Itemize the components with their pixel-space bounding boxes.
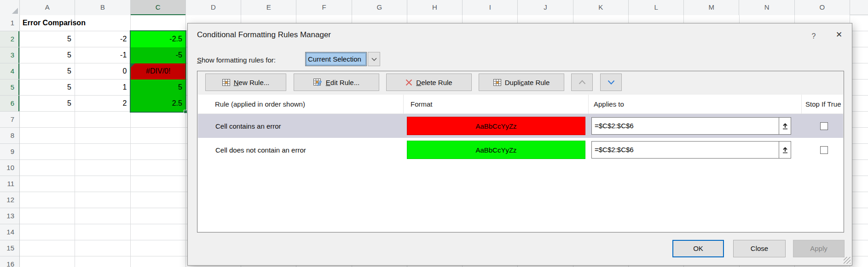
row-header[interactable]: 16	[0, 256, 19, 267]
rule-row[interactable]: Cell does not contain an error AaBbCcYyZ…	[198, 138, 843, 162]
row-header[interactable]: 2	[0, 31, 19, 47]
cell[interactable]: 5	[20, 31, 75, 47]
column-header[interactable]: N	[739, 0, 794, 15]
new-rule-button[interactable]: New Rule...	[205, 74, 286, 91]
row-header[interactable]: 13	[0, 208, 19, 224]
select-all-button[interactable]	[0, 0, 20, 15]
edit-rule-label: Edit Rule...	[326, 79, 359, 86]
cell-a1-title[interactable]: Error Comparison	[23, 15, 86, 31]
chevron-up-icon	[579, 80, 586, 85]
format-preview-swatch: AaBbCcYyZz	[407, 117, 585, 135]
column-header[interactable]: F	[296, 0, 352, 15]
rule-applies-cell: =$C$2:$C$6	[589, 141, 802, 159]
row-header[interactable]: 8	[0, 128, 19, 144]
format-preview-swatch: AaBbCcYyZz	[407, 141, 585, 159]
rules-rows: Cell contains an error AaBbCcYyZz =$C$2:…	[198, 114, 843, 162]
delete-rule-button[interactable]: Delete Rule	[386, 74, 472, 91]
stop-if-true-checkbox[interactable]	[820, 122, 828, 130]
column-header[interactable]: A	[20, 0, 75, 15]
row-header[interactable]: 12	[0, 192, 19, 208]
cell[interactable]: 0	[75, 63, 130, 80]
edit-rule-button[interactable]: Edit Rule...	[294, 74, 379, 91]
rules-group-box: New Rule... Edit Rule... Delete Rule	[197, 71, 844, 233]
chevron-down-icon[interactable]	[368, 52, 380, 66]
column-header[interactable]: J	[518, 0, 573, 15]
column-header[interactable]: K	[573, 0, 629, 15]
rule-stop-cell	[802, 122, 843, 130]
table-grid-icon	[222, 79, 230, 86]
move-rule-down-button[interactable]	[600, 74, 622, 91]
column-header[interactable]: O	[795, 0, 850, 15]
column-header[interactable]: D	[186, 0, 241, 15]
table-grid-pencil-icon	[313, 79, 322, 86]
column-header[interactable]: B	[75, 0, 130, 15]
cell-conditional-format[interactable]: -5	[131, 47, 186, 63]
row-header[interactable]: 4	[0, 63, 19, 80]
row-header[interactable]: 15	[0, 240, 19, 256]
column-header-filler	[850, 0, 868, 15]
header-stop-if-true: Stop If True	[802, 95, 843, 114]
row-header[interactable]: 9	[0, 144, 19, 160]
cell[interactable]: 2	[75, 96, 130, 112]
close-icon[interactable]: ✕	[831, 28, 847, 42]
rule-stop-cell	[802, 146, 843, 154]
rules-list: Rule (applied in order shown) Format App…	[198, 95, 843, 232]
collapse-dialog-button[interactable]	[779, 141, 791, 159]
column-header[interactable]: H	[407, 0, 463, 15]
cell-conditional-format[interactable]: 5	[131, 80, 186, 96]
duplicate-rule-button[interactable]: Duplicate Rule	[479, 74, 564, 91]
rules-list-header: Rule (applied in order shown) Format App…	[198, 95, 843, 114]
row-header[interactable]: 10	[0, 160, 19, 176]
cell[interactable]: 5	[20, 80, 75, 96]
cell-conditional-format[interactable]: #DIV/0!	[131, 63, 186, 80]
header-applies-to: Applies to	[589, 95, 802, 114]
apply-button[interactable]: Apply	[793, 240, 845, 257]
scope-dropdown[interactable]: Current Selection	[305, 52, 380, 66]
row-header[interactable]: 11	[0, 176, 19, 192]
rule-row[interactable]: Cell contains an error AaBbCcYyZz =$C$2:…	[198, 114, 843, 138]
red-x-icon	[405, 79, 412, 86]
applies-to-input[interactable]: =$C$2:$C$6	[591, 117, 779, 135]
move-rule-up-button[interactable]	[571, 74, 593, 91]
conditional-formatting-rules-manager-dialog: Conditional Formatting Rules Manager ? ✕…	[187, 23, 852, 266]
row-header[interactable]: 6	[0, 96, 19, 112]
rule-name: Cell does not contain an error	[198, 146, 404, 154]
rule-name: Cell contains an error	[198, 122, 404, 130]
collapse-dialog-button[interactable]	[779, 117, 791, 135]
dialog-title: Conditional Formatting Rules Manager	[197, 30, 331, 40]
row-header[interactable]: 5	[0, 80, 19, 96]
column-header[interactable]: I	[463, 0, 518, 15]
row-header[interactable]: 14	[0, 224, 19, 240]
excel-app: A B C D E F G H I J K L	[0, 0, 868, 267]
column-c-cells: -2.5 -5 #DIV/0! 5	[131, 31, 186, 112]
cell[interactable]: -2	[75, 31, 130, 47]
cell[interactable]: 5	[20, 96, 75, 112]
cell[interactable]: 5	[20, 63, 75, 80]
column-header[interactable]: M	[684, 0, 739, 15]
column-header[interactable]: E	[241, 0, 296, 15]
cell[interactable]: 1	[75, 80, 130, 96]
row-header[interactable]: 7	[0, 112, 19, 128]
cell[interactable]: 5	[20, 47, 75, 63]
table-grid-icon	[493, 79, 501, 86]
cell[interactable]: -1	[75, 47, 130, 63]
resize-grip[interactable]	[844, 257, 851, 264]
scope-dropdown-value[interactable]: Current Selection	[305, 52, 367, 66]
stop-if-true-checkbox[interactable]	[820, 146, 828, 154]
close-button[interactable]: Close	[733, 240, 786, 257]
chevron-down-icon	[608, 80, 615, 85]
help-icon[interactable]: ?	[808, 31, 819, 42]
row-header[interactable]: 1	[0, 15, 19, 31]
ok-button[interactable]: OK	[672, 240, 724, 257]
cell-conditional-format[interactable]: 2.5	[131, 96, 186, 112]
rule-format-cell: AaBbCcYyZz	[404, 141, 589, 159]
select-all-triangle-icon	[12, 8, 18, 14]
applies-to-input[interactable]: =$C$2:$C$6	[591, 141, 779, 159]
column-header[interactable]: C	[131, 0, 186, 15]
row-header[interactable]: 3	[0, 47, 19, 63]
delete-rule-label: Delete Rule	[416, 79, 452, 86]
column-header[interactable]: G	[352, 0, 407, 15]
column-header[interactable]: L	[629, 0, 684, 15]
header-rule: Rule (applied in order shown)	[198, 95, 404, 114]
cell-conditional-format[interactable]: -2.5	[131, 31, 186, 47]
